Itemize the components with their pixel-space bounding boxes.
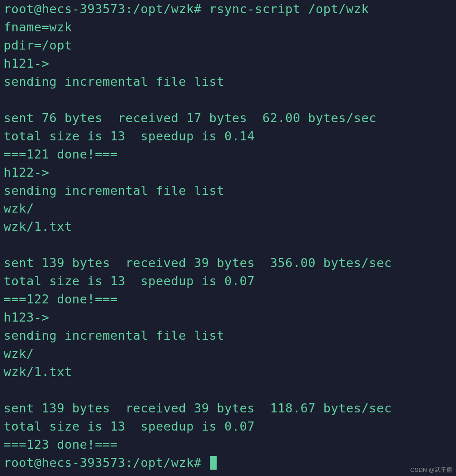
terminal-output-line: wzk/: [4, 199, 452, 218]
prompt-user-host: root@hecs-393573: [4, 2, 125, 16]
command-text: rsync-script /opt/wzk: [209, 2, 369, 16]
terminal-output-line: sending incremental file list: [4, 73, 452, 91]
terminal-output-line: wzk/1.txt: [4, 218, 452, 236]
terminal-output-line: wzk/1.txt: [4, 363, 452, 381]
terminal-prompt-line: root@hecs-393573:/opt/wzk# rsync-script …: [4, 0, 452, 18]
terminal-output-line: ===123 done!===: [4, 436, 452, 454]
terminal-output-line: wzk/: [4, 345, 452, 363]
terminal-output-line: h123->: [4, 308, 452, 327]
terminal-output-line: h122->: [4, 164, 452, 182]
terminal-output-line: sending incremental file list: [4, 182, 452, 200]
prompt-path: :/opt/wzk#: [125, 456, 202, 470]
watermark-text: CSDN @武子康: [410, 466, 452, 474]
terminal-output-line: ===121 done!===: [4, 145, 452, 164]
terminal-output-line: sent 139 bytes received 39 bytes 118.67 …: [4, 399, 452, 417]
terminal-prompt-line[interactable]: root@hecs-393573:/opt/wzk#: [4, 454, 452, 472]
terminal-output-line: [4, 236, 452, 254]
terminal-output-line: pdir=/opt: [4, 36, 452, 55]
terminal-output-line: fname=wzk: [4, 18, 452, 36]
terminal-output-line: sent 76 bytes received 17 bytes 62.00 by…: [4, 109, 452, 127]
prompt-user-host: root@hecs-393573: [4, 456, 125, 470]
terminal-output-line: ===122 done!===: [4, 290, 452, 308]
terminal-output-line: total size is 13 speedup is 0.14: [4, 127, 452, 145]
terminal-output-line: total size is 13 speedup is 0.07: [4, 417, 452, 436]
cursor-icon: [210, 456, 217, 470]
terminal-output-line: [4, 381, 452, 399]
terminal-output-line: h121->: [4, 55, 452, 73]
terminal-output-line: [4, 91, 452, 109]
terminal-output-line: sending incremental file list: [4, 327, 452, 345]
terminal-output-line: sent 139 bytes received 39 bytes 356.00 …: [4, 254, 452, 272]
terminal-output-line: total size is 13 speedup is 0.07: [4, 272, 452, 290]
prompt-path: :/opt/wzk#: [125, 2, 202, 16]
